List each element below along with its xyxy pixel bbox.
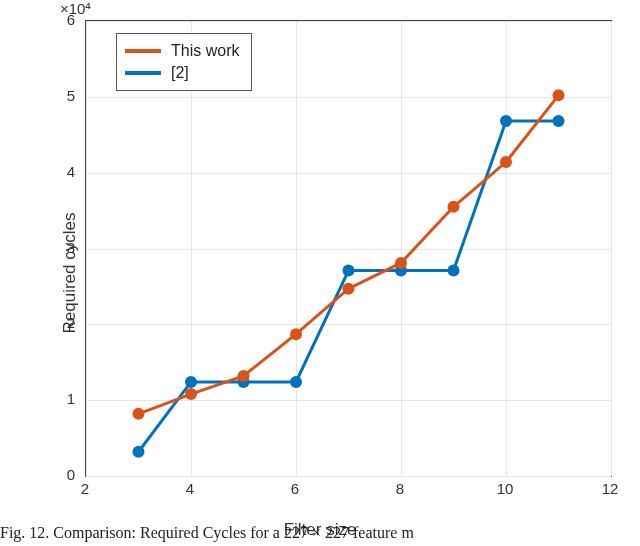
legend-label: This work [171, 42, 239, 60]
data-point [290, 376, 302, 388]
data-point [343, 264, 355, 276]
y-tick-label: 6 [45, 11, 75, 28]
data-point [185, 376, 197, 388]
data-point [343, 283, 355, 295]
legend-label: [2] [171, 64, 189, 82]
data-point [553, 89, 565, 101]
gridline-h [86, 476, 611, 477]
y-tick-label: 3 [45, 239, 75, 256]
series-line [139, 95, 559, 414]
x-tick-label: 6 [280, 480, 310, 497]
x-tick-label: 8 [385, 480, 415, 497]
data-point [185, 388, 197, 400]
data-point [448, 201, 460, 213]
figure: ×10⁴ This work [2] Filter size Required … [0, 0, 640, 546]
y-tick-label: 4 [45, 163, 75, 180]
data-point [448, 264, 460, 276]
data-point [500, 115, 512, 127]
data-point [133, 446, 145, 458]
legend-swatch [125, 71, 161, 75]
y-tick-label: 2 [45, 314, 75, 331]
legend-entry: This work [125, 40, 239, 62]
gridline-v [611, 21, 612, 476]
y-tick-label: 0 [45, 466, 75, 483]
data-point [290, 328, 302, 340]
data-point [133, 408, 145, 420]
legend: This work [2] [116, 33, 252, 91]
data-point [395, 257, 407, 269]
y-tick-label: 5 [45, 87, 75, 104]
x-tick-label: 12 [595, 480, 625, 497]
legend-entry: [2] [125, 62, 239, 84]
x-tick-label: 10 [490, 480, 520, 497]
y-tick-label: 1 [45, 390, 75, 407]
data-point [553, 115, 565, 127]
figure-caption: Fig. 12. Comparison: Required Cycles for… [0, 524, 640, 542]
x-tick-label: 4 [175, 480, 205, 497]
data-point [500, 156, 512, 168]
plot-area: This work [2] [85, 20, 612, 477]
data-point [238, 370, 250, 382]
legend-swatch [125, 49, 161, 53]
